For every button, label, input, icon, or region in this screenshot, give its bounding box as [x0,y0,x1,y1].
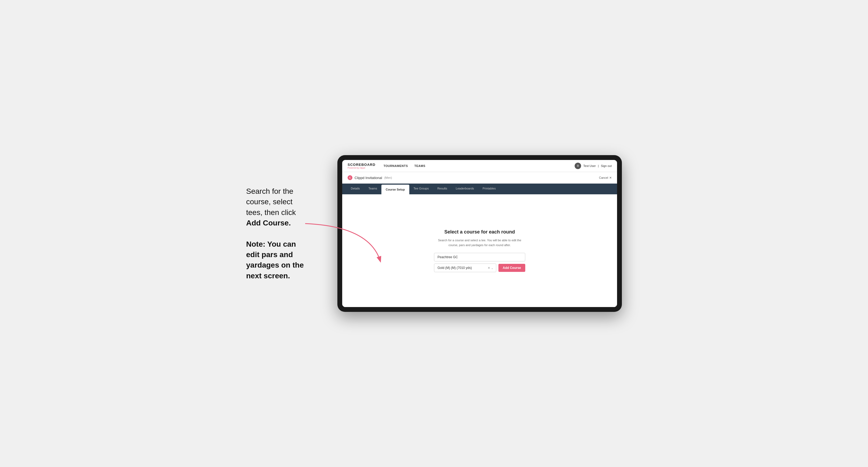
logo-subtitle: Powered by clippd [348,167,375,169]
tournament-name: C Clippd Invitational (Men) [348,175,392,180]
panel-title: Select a course for each round [434,229,525,235]
cancel-button[interactable]: Cancel ✕ [599,176,612,180]
tournament-icon: C [348,175,352,180]
nav-right: R Test User | Sign out [575,163,612,169]
tab-details[interactable]: Details [346,184,364,194]
tab-results[interactable]: Results [433,184,452,194]
instruction-panel: Search for the course, select tees, then… [246,186,321,281]
tee-selector-row: Gold (M) (M) (7010 yds) ✕ Add Course [434,263,525,272]
nav-links: TOURNAMENTS TEAMS [383,164,426,167]
separator: | [598,164,599,167]
nav-left: SCOREBOARD Powered by clippd TOURNAMENTS… [348,163,426,169]
logo-area: SCOREBOARD Powered by clippd [348,163,375,169]
tab-leaderboards[interactable]: Leaderboards [452,184,478,194]
note-text: Note: You can edit pars and yardages on … [246,239,321,281]
sign-out-link[interactable]: Sign out [601,164,612,167]
tablet-shell: SCOREBOARD Powered by clippd TOURNAMENTS… [337,155,622,312]
top-nav: SCOREBOARD Powered by clippd TOURNAMENTS… [342,160,617,172]
course-setup-panel: Select a course for each round Search fo… [434,229,525,272]
user-label: Test User [583,164,596,167]
tab-course-setup[interactable]: Course Setup [381,185,409,194]
nav-tournaments[interactable]: TOURNAMENTS [383,164,408,167]
tab-printables[interactable]: Printables [478,184,500,194]
tournament-header: C Clippd Invitational (Men) Cancel ✕ [342,172,617,184]
tablet-screen: SCOREBOARD Powered by clippd TOURNAMENTS… [342,160,617,307]
nav-teams[interactable]: TEAMS [414,164,426,167]
page-wrapper: Search for the course, select tees, then… [246,155,622,312]
avatar: R [575,163,581,169]
tab-teams[interactable]: Teams [364,184,381,194]
tee-value: Gold (M) (M) (7010 yds) [437,266,472,270]
instruction-text: Search for the course, select tees, then… [246,186,321,228]
tab-tee-groups[interactable]: Tee Groups [409,184,433,194]
tee-select[interactable]: Gold (M) (M) (7010 yds) ✕ [434,263,496,272]
tab-nav: Details Teams Course Setup Tee Groups Re… [342,184,617,194]
main-content: Select a course for each round Search fo… [342,194,617,307]
panel-description: Search for a course and select a tee. Yo… [434,238,525,247]
add-course-button[interactable]: Add Course [498,264,525,272]
course-search-input[interactable] [434,253,525,261]
tee-clear-button[interactable]: ✕ [488,266,490,270]
logo-title: SCOREBOARD [348,163,375,167]
cancel-icon: ✕ [609,176,612,180]
tournament-title: Clippd Invitational [354,176,382,180]
tournament-type: (Men) [384,176,392,179]
